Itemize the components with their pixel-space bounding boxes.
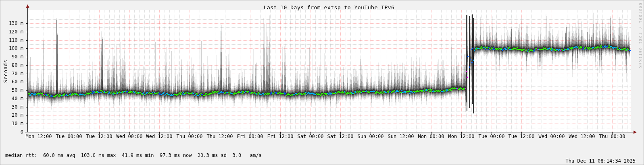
x-tick-label: Wed 00:00: [113, 134, 146, 139]
x-tick-label: Sun 12:00: [384, 134, 418, 139]
x-tick-label: Wed 12:00: [142, 134, 176, 139]
y-tick-label: 80 m: [0, 63, 23, 68]
y-tick-label: 0: [0, 130, 23, 134]
latency-plot-canvas: [0, 0, 644, 165]
chart-title: Last 10 Days from extsp to YouTube IPv6: [27, 4, 631, 10]
x-tick-label: Sat 00:00: [294, 134, 327, 139]
y-tick-label: 20 m: [0, 113, 23, 118]
x-tick-label: Thu 12:00: [203, 134, 237, 139]
generated-timestamp: Thu Dec 11 08:14:34 2025: [566, 158, 636, 164]
y-tick-label: 120 m: [0, 29, 23, 34]
x-tick-label: Wed 12:00: [565, 134, 599, 139]
x-tick-label: Tue 12:00: [504, 134, 538, 139]
y-tick-label: 100 m: [0, 46, 23, 51]
x-tick-label: Tue 00:00: [475, 134, 509, 139]
x-tick-label: Thu 00:00: [173, 134, 206, 139]
x-tick-label: Mon 12:00: [444, 134, 478, 139]
median-rtt-values: 60.0 ms avg 103.0 ms max 41.9 ms min 97.…: [43, 153, 262, 158]
x-tick-label: Sat 12:00: [323, 134, 357, 139]
rrdtool-watermark: RRDTOOL / TOBI OETIKER: [638, 3, 642, 68]
y-tick-label: 50 m: [0, 88, 23, 93]
y-tick-label: 90 m: [0, 54, 23, 59]
y-tick-label: 40 m: [0, 96, 23, 101]
x-tick-label: Mon 12:00: [22, 134, 56, 139]
y-tick-label: 70 m: [0, 71, 23, 76]
y-tick-label: 30 m: [0, 105, 23, 109]
graph-legend: median rtt: 60.0 ms avg 103.0 ms max 41.…: [5, 141, 262, 165]
y-tick-label: 130 m: [0, 21, 23, 26]
smokeping-latency-graph: Last 10 Days from extsp to YouTube IPv6 …: [0, 0, 644, 165]
y-tick-label: 60 m: [0, 79, 23, 84]
x-tick-label: Sun 00:00: [354, 134, 388, 139]
x-tick-label: Tue 12:00: [82, 134, 116, 139]
x-tick-label: Mon 00:00: [414, 134, 448, 139]
x-tick-label: Tue 00:00: [52, 134, 86, 139]
median-rtt-line: median rtt: 60.0 ms avg 103.0 ms max 41.…: [5, 153, 262, 158]
x-tick-label: Fri 12:00: [263, 134, 297, 139]
y-tick-label: 10 m: [0, 121, 23, 126]
y-tick-label: 110 m: [0, 38, 23, 43]
x-tick-label: Wed 00:00: [535, 134, 569, 139]
median-rtt-label: median rtt:: [5, 153, 43, 158]
x-tick-label: Thu 00:00: [595, 134, 629, 139]
x-tick-label: Fri 00:00: [233, 134, 267, 139]
